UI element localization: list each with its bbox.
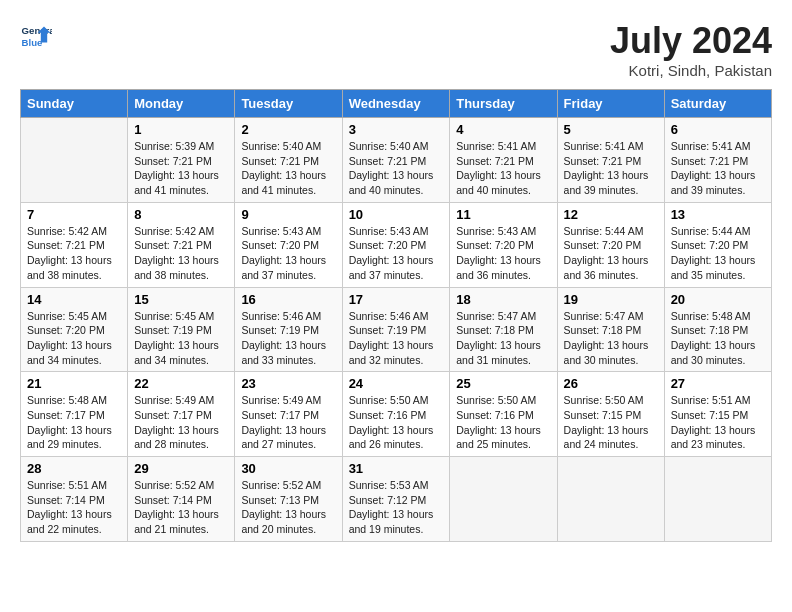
day-number: 22	[134, 376, 228, 391]
day-number: 15	[134, 292, 228, 307]
calendar-week-row: 28Sunrise: 5:51 AMSunset: 7:14 PMDayligh…	[21, 457, 772, 542]
day-details: Sunrise: 5:48 AMSunset: 7:17 PMDaylight:…	[27, 393, 121, 452]
day-number: 5	[564, 122, 658, 137]
day-number: 4	[456, 122, 550, 137]
day-number: 31	[349, 461, 444, 476]
calendar-cell: 12Sunrise: 5:44 AMSunset: 7:20 PMDayligh…	[557, 202, 664, 287]
calendar-cell: 21Sunrise: 5:48 AMSunset: 7:17 PMDayligh…	[21, 372, 128, 457]
weekday-header: Monday	[128, 90, 235, 118]
calendar-week-row: 14Sunrise: 5:45 AMSunset: 7:20 PMDayligh…	[21, 287, 772, 372]
day-details: Sunrise: 5:41 AMSunset: 7:21 PMDaylight:…	[564, 139, 658, 198]
calendar-cell: 25Sunrise: 5:50 AMSunset: 7:16 PMDayligh…	[450, 372, 557, 457]
calendar-week-row: 7Sunrise: 5:42 AMSunset: 7:21 PMDaylight…	[21, 202, 772, 287]
weekday-header: Wednesday	[342, 90, 450, 118]
calendar-cell: 30Sunrise: 5:52 AMSunset: 7:13 PMDayligh…	[235, 457, 342, 542]
day-details: Sunrise: 5:53 AMSunset: 7:12 PMDaylight:…	[349, 478, 444, 537]
calendar-cell: 20Sunrise: 5:48 AMSunset: 7:18 PMDayligh…	[664, 287, 771, 372]
day-details: Sunrise: 5:45 AMSunset: 7:20 PMDaylight:…	[27, 309, 121, 368]
day-details: Sunrise: 5:39 AMSunset: 7:21 PMDaylight:…	[134, 139, 228, 198]
day-details: Sunrise: 5:42 AMSunset: 7:21 PMDaylight:…	[134, 224, 228, 283]
day-details: Sunrise: 5:41 AMSunset: 7:21 PMDaylight:…	[671, 139, 765, 198]
calendar-cell: 7Sunrise: 5:42 AMSunset: 7:21 PMDaylight…	[21, 202, 128, 287]
day-number: 20	[671, 292, 765, 307]
day-number: 26	[564, 376, 658, 391]
calendar-cell: 27Sunrise: 5:51 AMSunset: 7:15 PMDayligh…	[664, 372, 771, 457]
calendar-cell: 8Sunrise: 5:42 AMSunset: 7:21 PMDaylight…	[128, 202, 235, 287]
day-details: Sunrise: 5:43 AMSunset: 7:20 PMDaylight:…	[349, 224, 444, 283]
logo-icon: General Blue	[20, 20, 52, 52]
calendar-cell: 13Sunrise: 5:44 AMSunset: 7:20 PMDayligh…	[664, 202, 771, 287]
day-details: Sunrise: 5:42 AMSunset: 7:21 PMDaylight:…	[27, 224, 121, 283]
day-details: Sunrise: 5:41 AMSunset: 7:21 PMDaylight:…	[456, 139, 550, 198]
day-number: 3	[349, 122, 444, 137]
month-year: July 2024	[610, 20, 772, 62]
calendar-cell: 6Sunrise: 5:41 AMSunset: 7:21 PMDaylight…	[664, 118, 771, 203]
title-block: July 2024 Kotri, Sindh, Pakistan	[610, 20, 772, 79]
day-number: 18	[456, 292, 550, 307]
day-number: 24	[349, 376, 444, 391]
day-details: Sunrise: 5:46 AMSunset: 7:19 PMDaylight:…	[349, 309, 444, 368]
calendar-cell	[450, 457, 557, 542]
day-number: 17	[349, 292, 444, 307]
day-number: 21	[27, 376, 121, 391]
day-details: Sunrise: 5:45 AMSunset: 7:19 PMDaylight:…	[134, 309, 228, 368]
day-details: Sunrise: 5:46 AMSunset: 7:19 PMDaylight:…	[241, 309, 335, 368]
day-details: Sunrise: 5:49 AMSunset: 7:17 PMDaylight:…	[134, 393, 228, 452]
calendar-cell: 24Sunrise: 5:50 AMSunset: 7:16 PMDayligh…	[342, 372, 450, 457]
day-number: 10	[349, 207, 444, 222]
calendar-body: 1Sunrise: 5:39 AMSunset: 7:21 PMDaylight…	[21, 118, 772, 542]
day-details: Sunrise: 5:47 AMSunset: 7:18 PMDaylight:…	[564, 309, 658, 368]
day-number: 27	[671, 376, 765, 391]
day-number: 6	[671, 122, 765, 137]
day-number: 29	[134, 461, 228, 476]
day-number: 13	[671, 207, 765, 222]
calendar-cell: 29Sunrise: 5:52 AMSunset: 7:14 PMDayligh…	[128, 457, 235, 542]
day-number: 11	[456, 207, 550, 222]
calendar-cell: 10Sunrise: 5:43 AMSunset: 7:20 PMDayligh…	[342, 202, 450, 287]
weekday-header: Tuesday	[235, 90, 342, 118]
weekday-header: Friday	[557, 90, 664, 118]
day-details: Sunrise: 5:47 AMSunset: 7:18 PMDaylight:…	[456, 309, 550, 368]
calendar-cell: 15Sunrise: 5:45 AMSunset: 7:19 PMDayligh…	[128, 287, 235, 372]
svg-text:Blue: Blue	[22, 37, 43, 48]
day-details: Sunrise: 5:50 AMSunset: 7:15 PMDaylight:…	[564, 393, 658, 452]
calendar-cell: 22Sunrise: 5:49 AMSunset: 7:17 PMDayligh…	[128, 372, 235, 457]
day-number: 19	[564, 292, 658, 307]
calendar-cell: 9Sunrise: 5:43 AMSunset: 7:20 PMDaylight…	[235, 202, 342, 287]
calendar-cell: 19Sunrise: 5:47 AMSunset: 7:18 PMDayligh…	[557, 287, 664, 372]
calendar-cell: 11Sunrise: 5:43 AMSunset: 7:20 PMDayligh…	[450, 202, 557, 287]
calendar-week-row: 1Sunrise: 5:39 AMSunset: 7:21 PMDaylight…	[21, 118, 772, 203]
weekday-header: Thursday	[450, 90, 557, 118]
calendar-cell: 28Sunrise: 5:51 AMSunset: 7:14 PMDayligh…	[21, 457, 128, 542]
calendar-cell	[664, 457, 771, 542]
weekday-header: Saturday	[664, 90, 771, 118]
day-number: 30	[241, 461, 335, 476]
logo: General Blue	[20, 20, 52, 52]
day-number: 12	[564, 207, 658, 222]
day-details: Sunrise: 5:51 AMSunset: 7:15 PMDaylight:…	[671, 393, 765, 452]
day-number: 9	[241, 207, 335, 222]
location: Kotri, Sindh, Pakistan	[610, 62, 772, 79]
day-number: 2	[241, 122, 335, 137]
calendar-header: SundayMondayTuesdayWednesdayThursdayFrid…	[21, 90, 772, 118]
calendar-cell: 17Sunrise: 5:46 AMSunset: 7:19 PMDayligh…	[342, 287, 450, 372]
day-number: 23	[241, 376, 335, 391]
day-number: 25	[456, 376, 550, 391]
weekday-header: Sunday	[21, 90, 128, 118]
day-number: 8	[134, 207, 228, 222]
day-details: Sunrise: 5:48 AMSunset: 7:18 PMDaylight:…	[671, 309, 765, 368]
day-number: 16	[241, 292, 335, 307]
day-details: Sunrise: 5:51 AMSunset: 7:14 PMDaylight:…	[27, 478, 121, 537]
day-number: 14	[27, 292, 121, 307]
day-details: Sunrise: 5:40 AMSunset: 7:21 PMDaylight:…	[349, 139, 444, 198]
day-number: 7	[27, 207, 121, 222]
page-header: General Blue July 2024 Kotri, Sindh, Pak…	[20, 20, 772, 79]
calendar-cell: 4Sunrise: 5:41 AMSunset: 7:21 PMDaylight…	[450, 118, 557, 203]
day-details: Sunrise: 5:50 AMSunset: 7:16 PMDaylight:…	[349, 393, 444, 452]
calendar-cell: 1Sunrise: 5:39 AMSunset: 7:21 PMDaylight…	[128, 118, 235, 203]
day-details: Sunrise: 5:44 AMSunset: 7:20 PMDaylight:…	[671, 224, 765, 283]
calendar-cell: 3Sunrise: 5:40 AMSunset: 7:21 PMDaylight…	[342, 118, 450, 203]
calendar-cell	[21, 118, 128, 203]
calendar-cell: 2Sunrise: 5:40 AMSunset: 7:21 PMDaylight…	[235, 118, 342, 203]
calendar-cell: 5Sunrise: 5:41 AMSunset: 7:21 PMDaylight…	[557, 118, 664, 203]
